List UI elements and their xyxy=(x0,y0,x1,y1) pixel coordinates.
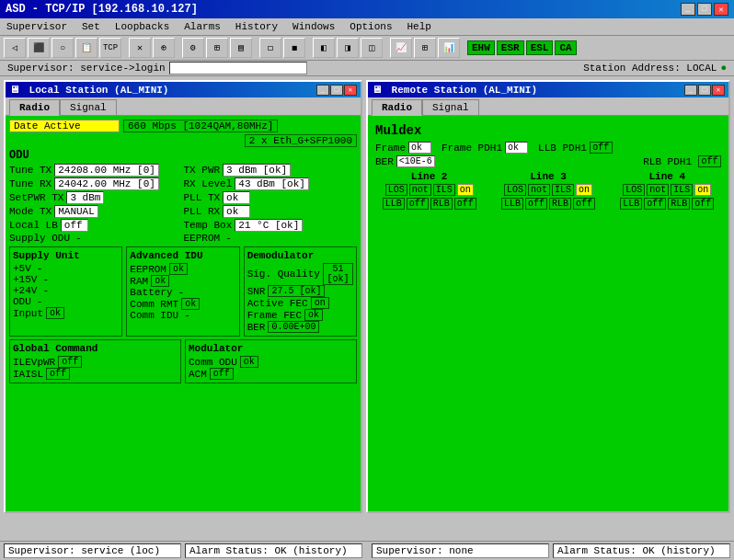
plltx-val: ok xyxy=(223,191,250,204)
demod-ber: BER 0.00E+00 xyxy=(247,321,353,333)
menu-windows[interactable]: Windows xyxy=(290,20,338,33)
remote-station-title: Remote Station (AL_MINI) xyxy=(392,85,537,96)
modulator-box: Modulator Comm ODU ok ACM off xyxy=(185,339,357,383)
speed-label: 660 Mbps [1024QAM,80MHz] xyxy=(123,120,278,132)
odu-tunetx: Tune TX 24208.00 MHz [0] xyxy=(9,164,183,177)
tb-btn-6[interactable]: ✕ xyxy=(129,38,151,58)
line2-col: Line 2 LOS not ILS on LLB off RLB off xyxy=(372,171,487,211)
rlbPDH1-label: RLB PDH1 xyxy=(643,156,692,167)
right-supervisor-status: Supervisor: none xyxy=(372,543,549,558)
menu-loopbacks[interactable]: Loopbacks xyxy=(112,20,172,33)
odu-grid: Tune TX 24208.00 MHz [0] Tune RX 24042.0… xyxy=(9,164,357,244)
remote-min-btn[interactable]: _ xyxy=(684,85,697,96)
line4-los-ils: LOS not ILS on xyxy=(610,184,725,196)
demod-snr: SNR 27.5 [ok] xyxy=(247,285,353,297)
remote-close-btn[interactable]: ✕ xyxy=(712,85,725,96)
tb-btn-1[interactable]: ◁ xyxy=(4,38,26,58)
tb-btn-2[interactable]: ⬛ xyxy=(28,38,50,58)
tb-btn-4[interactable]: 📋 xyxy=(75,38,97,58)
line2-ils-val: on xyxy=(457,184,474,196)
section-row-1: Supply Unit +5V - +15V - +24V - ODU xyxy=(9,246,357,337)
odu-supplyodu: Supply ODU - xyxy=(9,233,183,244)
supervisor-label: Supervisor: service->login xyxy=(7,63,166,74)
global-command-box: Global Command ILEVpWR off IAISL off xyxy=(9,339,181,383)
menu-history[interactable]: History xyxy=(233,20,281,33)
muldex-row2: BER <10E-6 RLB PDH1 off xyxy=(375,155,721,167)
global-ilevpwr: ILEVpWR off xyxy=(13,356,178,368)
toolbar: ◁ ⬛ ○ 📋 TCP ✕ ⊕ ⚙ ⊞ ▤ ◻ ◼ ◧ ◨ ◫ 📈 ⊞ 📊 EH… xyxy=(0,36,734,61)
supervisor-input[interactable] xyxy=(169,62,307,74)
line3-llb-val: off xyxy=(525,198,547,210)
odu-plltx: PLL TX ok xyxy=(184,191,358,204)
tb-btn-3[interactable]: ○ xyxy=(52,38,74,58)
tb-btn-11[interactable]: ◻ xyxy=(259,38,281,58)
locallb-label: Local LB xyxy=(9,220,58,231)
tempbox-val: 21 °C [ok] xyxy=(235,219,303,232)
tb-btn-8[interactable]: ⚙ xyxy=(182,38,204,58)
local-close-btn[interactable]: ✕ xyxy=(344,85,357,96)
odu-txpwr: TX PWR 3 dBm [ok] xyxy=(184,164,358,177)
idu-commrmt: Comm RMT ok xyxy=(130,298,235,310)
date-active-label: Date Active xyxy=(9,120,120,132)
pllrx-label: PLL RX xyxy=(184,206,221,217)
muldex-title: Muldex xyxy=(375,123,721,138)
tb-btn-13[interactable]: ◧ xyxy=(313,38,335,58)
tab-radio-local[interactable]: Radio xyxy=(9,99,60,116)
esl-label: ESL xyxy=(526,40,554,55)
odu-modetx: Mode TX MANUAL xyxy=(9,205,183,218)
left-alarm-status: Alarm Status: OK (history) xyxy=(185,543,362,558)
tempbox-label: Temp Box xyxy=(184,220,233,231)
line4-rlb-val: off xyxy=(692,198,714,210)
tb-btn-7[interactable]: ⊕ xyxy=(153,38,175,58)
tunerx-val: 24042.00 MHz [0] xyxy=(54,177,159,190)
odu-tempbox: Temp Box 21 °C [ok] xyxy=(184,219,358,232)
local-station-title: Local Station (AL_MINI) xyxy=(29,85,169,96)
tb-btn-15[interactable]: ◫ xyxy=(361,38,383,58)
modetx-label: Mode TX xyxy=(9,206,52,217)
line4-ils-val: on xyxy=(694,184,711,196)
tb-btn-9[interactable]: ⊞ xyxy=(206,38,228,58)
eeprom-label: EEPROM xyxy=(184,233,221,244)
menu-set[interactable]: Set xyxy=(79,20,103,33)
menu-supervisor[interactable]: Supervisor xyxy=(4,20,70,33)
local-min-btn[interactable]: _ xyxy=(316,85,329,96)
advanced-idu-box: Advanced IDU EEPROM ok RAM ok Battery - xyxy=(126,246,239,337)
line4-col: Line 4 LOS not ILS on LLB off RLB off xyxy=(610,171,725,211)
title-buttons: _ □ ✕ xyxy=(681,3,728,16)
maximize-button[interactable]: □ xyxy=(697,3,712,16)
local-max-btn[interactable]: □ xyxy=(330,85,343,96)
tab-signal-remote[interactable]: Signal xyxy=(422,99,479,115)
tb-btn-12[interactable]: ◼ xyxy=(283,38,305,58)
supplyodu-label: Supply ODU xyxy=(9,233,70,244)
tab-signal-local[interactable]: Signal xyxy=(60,99,117,115)
tab-radio-remote[interactable]: Radio xyxy=(372,99,422,116)
txpwr-val: 3 dBm [ok] xyxy=(223,164,291,177)
menu-alarms[interactable]: Alarms xyxy=(181,20,224,33)
minimize-button[interactable]: _ xyxy=(681,3,695,16)
tunetx-val: 24208.00 MHz [0] xyxy=(54,164,159,177)
llbPDH1-val: off xyxy=(590,142,613,154)
top-info-row: Supervisor: service->login Station Addre… xyxy=(0,61,734,76)
menu-options[interactable]: Options xyxy=(347,20,395,33)
odu-locallb: Local LB off xyxy=(9,219,183,232)
tb-btn-5[interactable]: TCP xyxy=(99,38,121,58)
lines-section: Line 2 LOS not ILS on LLB off RLB off xyxy=(372,171,725,211)
line3-llb-rlb: LLB off RLB off xyxy=(490,198,605,210)
tb-btn-18[interactable]: 📊 xyxy=(438,38,460,58)
tb-btn-10[interactable]: ▤ xyxy=(230,38,252,58)
menu-help[interactable]: Help xyxy=(405,20,434,33)
line2-rlb-label: RLB xyxy=(430,198,453,210)
demod-activefec: Active FEC on xyxy=(247,297,353,309)
tb-btn-16[interactable]: 📈 xyxy=(390,38,412,58)
left-supervisor-status: Supervisor: service (loc) xyxy=(4,543,181,558)
line2-ils-label: ILS xyxy=(433,184,455,196)
tb-btn-14[interactable]: ◨ xyxy=(337,38,359,58)
close-button[interactable]: ✕ xyxy=(714,3,728,16)
remote-max-btn[interactable]: □ xyxy=(698,85,711,96)
supply-odu: ODU - xyxy=(13,296,119,307)
txpwr-label: TX PWR xyxy=(184,165,221,176)
tb-btn-17[interactable]: ⊞ xyxy=(414,38,436,58)
odu-pllrx: PLL RX ok xyxy=(184,205,358,218)
main-area: 🖥 Local Station (AL_MINI) _ □ ✕ Radio Si… xyxy=(0,76,734,517)
llbPDH1-label: LLB PDH1 xyxy=(538,143,587,154)
